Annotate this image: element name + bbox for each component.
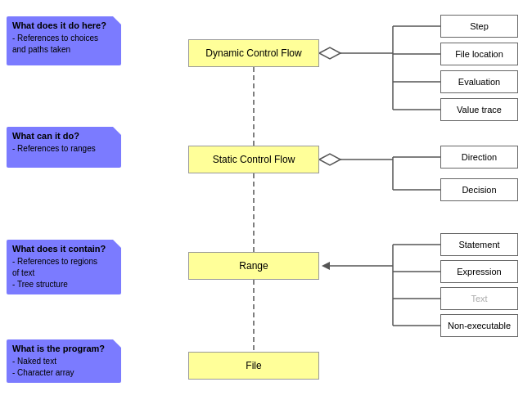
svg-marker-18 [322, 262, 330, 270]
file-location-box: File location [440, 43, 518, 65]
value-trace-box: Value trace [440, 98, 518, 121]
note-2: What can it do? - References to ranges [7, 127, 121, 168]
non-executable-box: Non-executable [440, 314, 518, 337]
svg-marker-6 [319, 47, 340, 59]
note-3: What does it contain? - References to re… [7, 240, 121, 294]
note-4: What is the program? - Naked text- Chara… [7, 339, 121, 383]
dynamic-control-flow-box: Dynamic Control Flow [188, 39, 319, 67]
svg-marker-13 [319, 154, 340, 165]
evaluation-box: Evaluation [440, 70, 518, 93]
note-1: What does it do here? - References to ch… [7, 16, 121, 65]
decision-box: Decision [440, 178, 518, 201]
file-box: File [188, 352, 319, 380]
expression-box: Expression [440, 260, 518, 283]
direction-box: Direction [440, 146, 518, 169]
statement-box: Statement [440, 233, 518, 256]
text-box: Text [440, 287, 518, 310]
range-box: Range [188, 252, 319, 280]
step-box: Step [440, 15, 518, 38]
static-control-flow-box: Static Control Flow [188, 146, 319, 173]
